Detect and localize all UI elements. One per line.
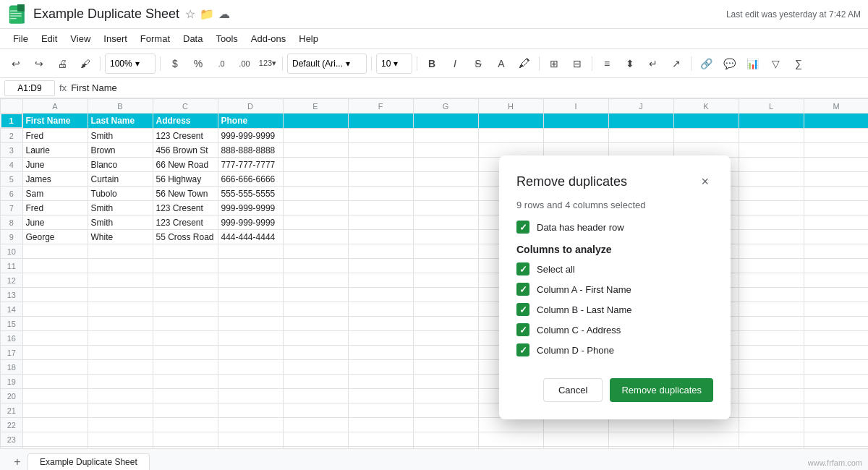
empty-r10c5[interactable]: [348, 244, 413, 259]
empty-r10c12[interactable]: [804, 244, 868, 259]
column-checkbox-1[interactable]: [516, 283, 529, 296]
empty-r20c12[interactable]: [804, 389, 868, 403]
empty-r23c5[interactable]: [348, 432, 413, 447]
empty-r8c5[interactable]: [348, 215, 413, 230]
empty-header-5[interactable]: [348, 114, 413, 129]
empty-r22c2[interactable]: [153, 418, 218, 432]
empty-r16c1[interactable]: [88, 331, 153, 346]
header-cell-1[interactable]: Last Name: [88, 114, 153, 129]
empty-r12c11[interactable]: [739, 273, 804, 288]
empty-r16c12[interactable]: [804, 331, 868, 346]
empty-r23c10[interactable]: [673, 432, 739, 447]
empty-r22c7[interactable]: [478, 418, 543, 432]
empty-r7c12[interactable]: [804, 201, 868, 215]
empty-r19c3[interactable]: [218, 375, 283, 389]
cell-r3c2[interactable]: 456 Brown St: [153, 143, 218, 158]
empty-r3c6[interactable]: [413, 143, 478, 158]
col-header-k[interactable]: K: [673, 99, 739, 114]
empty-r5c5[interactable]: [348, 172, 413, 187]
empty-r17c4[interactable]: [283, 346, 348, 360]
empty-r18c6[interactable]: [413, 360, 478, 375]
empty-r18c0[interactable]: [22, 360, 88, 375]
empty-r22c8[interactable]: [543, 418, 608, 432]
cell-r7c2[interactable]: 123 Cresent: [153, 201, 218, 215]
cell-r4c1[interactable]: Blanco: [88, 158, 153, 172]
empty-r22c9[interactable]: [608, 418, 673, 432]
header-row-checkbox[interactable]: [516, 221, 529, 234]
empty-r16c0[interactable]: [22, 331, 88, 346]
empty-header-10[interactable]: [673, 114, 739, 129]
empty-r14c6[interactable]: [413, 302, 478, 317]
menu-help[interactable]: Help: [293, 32, 324, 46]
formula-input[interactable]: [71, 80, 864, 96]
empty-r15c1[interactable]: [88, 317, 153, 331]
align-left-button[interactable]: ≡: [597, 54, 617, 74]
empty-r11c12[interactable]: [804, 259, 868, 273]
col-header-e[interactable]: E: [283, 99, 348, 114]
empty-r20c3[interactable]: [218, 389, 283, 403]
column-checkbox-4[interactable]: [516, 343, 529, 356]
menu-edit[interactable]: Edit: [35, 32, 63, 46]
empty-r8c12[interactable]: [804, 215, 868, 230]
empty-r20c1[interactable]: [88, 389, 153, 403]
empty-r11c4[interactable]: [283, 259, 348, 273]
empty-r14c11[interactable]: [739, 302, 804, 317]
highlight-button[interactable]: 🖍: [514, 54, 535, 74]
empty-r22c6[interactable]: [413, 418, 478, 432]
empty-r18c3[interactable]: [218, 360, 283, 375]
empty-r14c1[interactable]: [88, 302, 153, 317]
cell-r2c3[interactable]: 999-999-9999: [218, 129, 283, 143]
empty-r12c3[interactable]: [218, 273, 283, 288]
empty-header-8[interactable]: [543, 114, 608, 129]
empty-r20c2[interactable]: [153, 389, 218, 403]
paint-format-button[interactable]: 🖌: [75, 54, 95, 74]
empty-r12c0[interactable]: [22, 273, 88, 288]
cell-r3c3[interactable]: 888-888-8888: [218, 143, 283, 158]
empty-r8c4[interactable]: [283, 215, 348, 230]
empty-r18c1[interactable]: [88, 360, 153, 375]
col-header-m[interactable]: M: [804, 99, 868, 114]
empty-r11c5[interactable]: [348, 259, 413, 273]
menu-data[interactable]: Data: [177, 32, 208, 46]
cell-r8c0[interactable]: June: [22, 215, 88, 230]
empty-r5c4[interactable]: [283, 172, 348, 187]
col-header-j[interactable]: J: [608, 99, 673, 114]
empty-r9c4[interactable]: [283, 230, 348, 244]
empty-r11c2[interactable]: [153, 259, 218, 273]
cell-r2c0[interactable]: Fred: [22, 129, 88, 143]
rotate-button[interactable]: ↗: [666, 54, 686, 74]
empty-r16c11[interactable]: [739, 331, 804, 346]
menu-insert[interactable]: Insert: [98, 32, 133, 46]
chart-button[interactable]: 📊: [742, 54, 762, 74]
empty-r23c3[interactable]: [218, 432, 283, 447]
empty-r3c12[interactable]: [804, 143, 868, 158]
empty-r5c12[interactable]: [804, 172, 868, 187]
empty-r16c6[interactable]: [413, 331, 478, 346]
empty-r14c3[interactable]: [218, 302, 283, 317]
empty-r21c2[interactable]: [153, 403, 218, 418]
empty-r2c7[interactable]: [478, 129, 543, 143]
empty-r23c6[interactable]: [413, 432, 478, 447]
empty-r9c11[interactable]: [739, 230, 804, 244]
empty-r7c4[interactable]: [283, 201, 348, 215]
redo-button[interactable]: ↪: [29, 54, 49, 74]
empty-r2c12[interactable]: [804, 129, 868, 143]
empty-r16c4[interactable]: [283, 331, 348, 346]
empty-r14c12[interactable]: [804, 302, 868, 317]
decimal-inc-button[interactable]: .00: [234, 54, 255, 74]
strikethrough-button[interactable]: S: [468, 54, 488, 74]
empty-r18c4[interactable]: [283, 360, 348, 375]
cell-r6c2[interactable]: 56 New Town: [153, 187, 218, 201]
col-header-l[interactable]: L: [739, 99, 804, 114]
cell-r5c1[interactable]: Curtain: [88, 172, 153, 187]
col-header-b[interactable]: B: [88, 99, 153, 114]
print-button[interactable]: 🖨: [52, 54, 72, 74]
empty-r18c5[interactable]: [348, 360, 413, 375]
filter-button[interactable]: ▽: [765, 54, 786, 74]
italic-button[interactable]: I: [445, 54, 465, 74]
empty-r7c6[interactable]: [413, 201, 478, 215]
header-cell-0[interactable]: First Name: [22, 114, 88, 129]
empty-r14c0[interactable]: [22, 302, 88, 317]
empty-r4c5[interactable]: [348, 158, 413, 172]
empty-r21c4[interactable]: [283, 403, 348, 418]
